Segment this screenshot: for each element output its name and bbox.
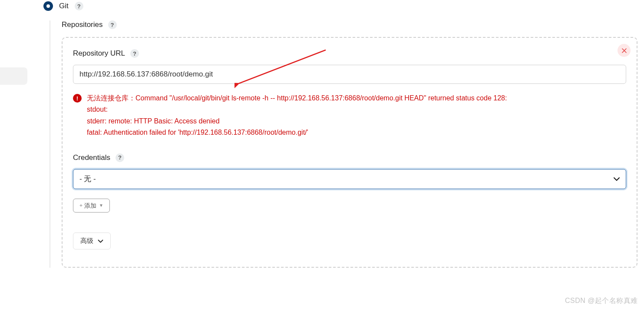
scm-radio-git[interactable]: Git ? — [43, 1, 637, 11]
repository-url-label-row: Repository URL ? — [73, 49, 626, 58]
repository-url-input[interactable] — [73, 65, 626, 84]
chevron-down-icon — [98, 239, 103, 243]
plus-icon: + — [79, 203, 83, 209]
git-config-block: Repositories ? Repository URL ? ! 无法连接仓库… — [50, 20, 637, 268]
scm-git-label: Git — [59, 2, 69, 10]
repository-error: ! 无法连接仓库：Command "/usr/local/git/bin/git… — [73, 93, 626, 139]
advanced-button[interactable]: 高级 — [73, 233, 111, 249]
advanced-button-label: 高级 — [80, 237, 93, 245]
help-icon[interactable]: ? — [75, 2, 83, 10]
help-icon[interactable]: ? — [116, 153, 124, 162]
credentials-select-wrap — [73, 169, 626, 189]
error-icon: ! — [73, 94, 82, 103]
sidebar-tab-stub[interactable] — [0, 67, 27, 85]
repositories-label: Repositories — [62, 20, 103, 29]
watermark: CSDN @起个名称真难 — [565, 296, 638, 306]
repository-url-label: Repository URL — [73, 49, 125, 58]
radio-selected-icon — [43, 1, 53, 11]
help-icon[interactable]: ? — [108, 20, 117, 29]
scm-git-section: Git ? Repositories ? Repository URL ? ! … — [43, 1, 637, 268]
repositories-heading: Repositories ? — [62, 20, 637, 29]
help-icon[interactable]: ? — [130, 49, 139, 58]
close-icon — [621, 48, 627, 53]
add-button-label: 添加 — [84, 203, 96, 209]
repository-panel: Repository URL ? ! 无法连接仓库：Command "/usr/… — [62, 37, 637, 268]
dropdown-caret-icon: ▼ — [99, 203, 103, 208]
remove-repository-button[interactable] — [618, 44, 631, 57]
credentials-label: Credentials — [73, 153, 110, 162]
credentials-select[interactable] — [73, 169, 626, 189]
credentials-label-row: Credentials ? — [73, 153, 626, 162]
add-credentials-button[interactable]: + 添加 ▼ — [73, 199, 110, 213]
error-text: 无法连接仓库：Command "/usr/local/git/bin/git l… — [87, 93, 507, 139]
